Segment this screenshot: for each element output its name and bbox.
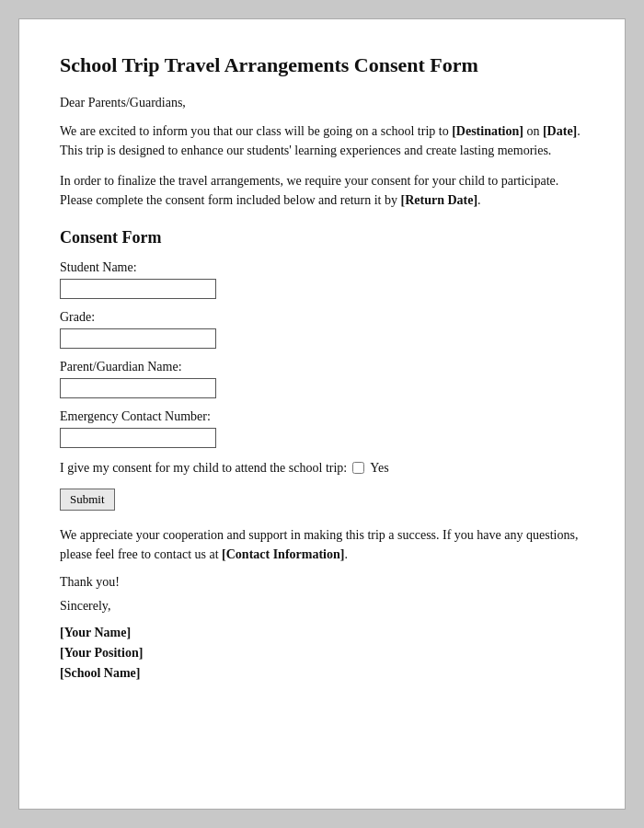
closing-after: . [344, 547, 348, 561]
intro2-after: . [477, 193, 481, 207]
student-name-input[interactable] [60, 279, 216, 299]
submit-button[interactable]: Submit [60, 489, 115, 511]
sincerely-text: Sincerely, [60, 599, 584, 614]
signature-school: [School Name] [60, 663, 584, 684]
emergency-contact-label: Emergency Contact Number: [60, 409, 584, 424]
student-name-group: Student Name: [60, 260, 584, 299]
consent-checkbox-line: I give my consent for my child to attend… [60, 461, 584, 476]
consent-form-title: Consent Form [60, 228, 584, 247]
intro-paragraph-2: In order to finalize the travel arrangem… [60, 171, 584, 210]
intro2-before: In order to finalize the travel arrangem… [60, 174, 558, 207]
emergency-contact-input[interactable] [60, 428, 216, 448]
grade-label: Grade: [60, 310, 584, 325]
parent-guardian-group: Parent/Guardian Name: [60, 360, 584, 398]
grade-group: Grade: [60, 310, 584, 349]
destination-placeholder: [Destination] [452, 124, 523, 138]
student-name-label: Student Name: [60, 260, 584, 275]
consent-yes-label: Yes [370, 461, 388, 476]
intro-paragraph-1: We are excited to inform you that our cl… [60, 121, 584, 160]
closing-paragraph: We appreciate your cooperation and suppo… [60, 525, 584, 564]
intro1-between: on [523, 124, 543, 138]
intro1-before-dest: We are excited to inform you that our cl… [60, 124, 452, 138]
contact-placeholder: [Contact Information] [222, 547, 344, 561]
consent-text: I give my consent for my child to attend… [60, 461, 347, 476]
emergency-contact-group: Emergency Contact Number: [60, 409, 584, 448]
page-container: School Trip Travel Arrangements Consent … [18, 18, 626, 810]
date-placeholder: [Date] [543, 124, 577, 138]
parent-guardian-label: Parent/Guardian Name: [60, 360, 584, 374]
signature-block: [Your Name] [Your Position] [School Name… [60, 623, 584, 684]
return-date-placeholder: [Return Date] [401, 193, 478, 207]
signature-position: [Your Position] [60, 643, 584, 663]
thank-you-text: Thank you! [60, 575, 584, 590]
page-title: School Trip Travel Arrangements Consent … [60, 52, 584, 79]
salutation: Dear Parents/Guardians, [60, 96, 584, 110]
parent-guardian-input[interactable] [60, 378, 216, 398]
consent-checkbox[interactable] [352, 462, 364, 474]
signature-name: [Your Name] [60, 623, 584, 643]
grade-input[interactable] [60, 328, 216, 349]
